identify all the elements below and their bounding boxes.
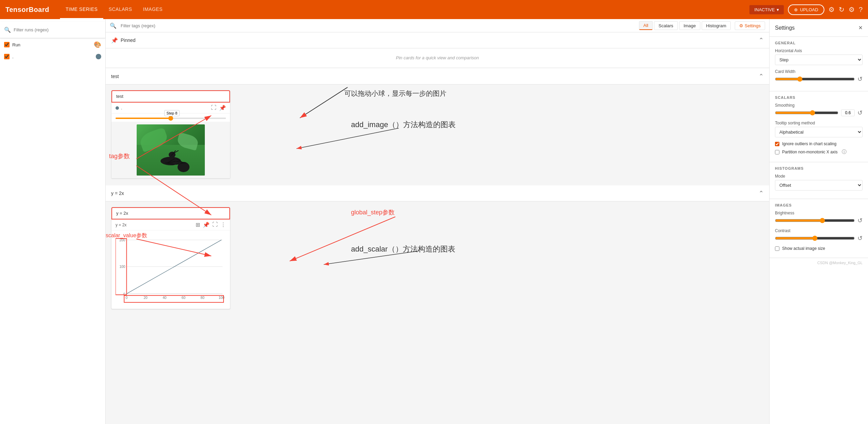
card-width-label: Card Width: [775, 69, 863, 74]
scalar-section: y = 2x ⌃ y = 2x: [106, 185, 769, 315]
image-card-header: test: [112, 91, 229, 102]
scalar-pin-icon[interactable]: 📌: [203, 222, 210, 228]
ignore-outliers-checkbox[interactable]: [775, 142, 779, 146]
scalar-card-tag-box: y = 2x: [111, 207, 230, 219]
partition-row: Partition non-monotonic X axis ⓘ: [775, 149, 863, 155]
pin-icon: 📌: [111, 37, 118, 44]
filter-btn-all[interactable]: All: [639, 21, 653, 30]
brightness-slider[interactable]: [775, 218, 855, 223]
top-nav: TensorBoard TIME SERIES SCALARS IMAGES I…: [0, 0, 868, 19]
contrast-slider[interactable]: [775, 236, 855, 241]
settings-button[interactable]: ⚙ Settings: [735, 21, 765, 30]
card-width-slider[interactable]: [775, 76, 855, 82]
tags-search-icon: 🔍: [110, 22, 117, 29]
settings-mode-row: Mode Offset Overlay: [775, 174, 863, 191]
scalar-card-header: y = 2x: [112, 208, 229, 219]
settings-card-width-row: Card Width ↺: [775, 69, 863, 83]
card-pin-icon[interactable]: 📌: [219, 105, 226, 111]
pinned-section-header[interactable]: 📌 Pinned ⌃: [106, 32, 769, 48]
run-checkbox-run[interactable]: [4, 42, 10, 47]
horizontal-axis-select[interactable]: Step Relative Wall: [775, 55, 863, 65]
filter-runs-input[interactable]: [14, 27, 75, 32]
filter-btn-histogram[interactable]: Histogram: [702, 21, 731, 30]
settings-panel: Settings × GENERAL Horizontal Axis Step …: [769, 19, 868, 424]
image-card-tag-box: test: [111, 90, 230, 103]
filter-btn-image[interactable]: Image: [679, 21, 700, 30]
smoothing-slider[interactable]: [775, 110, 838, 116]
scalar-card: y = 2x y = 2x ⊞ 📌 ⛶ ⋮: [111, 207, 230, 309]
inactive-button[interactable]: INACTIVE ▾: [749, 5, 784, 14]
nav-tab-timeseries[interactable]: TIME SERIES: [60, 0, 103, 19]
palette-icon[interactable]: 🎨: [94, 41, 101, 48]
upload-circle-icon: ⊕: [794, 7, 798, 12]
run-checkbox-dot[interactable]: [4, 54, 10, 59]
ignore-outliers-row: Ignore outliers in chart scaling: [775, 141, 863, 146]
scalar-compare-icon[interactable]: ⊞: [196, 222, 200, 228]
svg-text:0: 0: [126, 296, 128, 300]
partition-label: Partition non-monotonic X axis: [782, 150, 838, 154]
contrast-reset-icon[interactable]: ↺: [857, 234, 863, 242]
scalar-more-icon[interactable]: ⋮: [220, 222, 226, 228]
svg-text:40: 40: [163, 296, 167, 300]
step-value: Step 8: [167, 111, 178, 115]
refresh-icon[interactable]: ↻: [839, 5, 844, 14]
sidebar-filter-row: 🔍: [0, 22, 105, 38]
tooltip-select[interactable]: Alphabetical Ascending Descending: [775, 127, 863, 137]
scalar-section-header[interactable]: y = 2x ⌃: [106, 185, 769, 201]
nav-tab-scalars[interactable]: SCALARS: [103, 0, 138, 19]
scalar-fullscreen-icon[interactable]: ⛶: [212, 222, 218, 228]
filter-btn-scalars[interactable]: Scalars: [654, 21, 677, 30]
mode-select[interactable]: Offset Overlay: [775, 180, 863, 191]
smoothing-value-input[interactable]: [841, 109, 855, 116]
svg-text:100: 100: [119, 265, 125, 269]
left-sidebar: 🔍 Run 🎨 .: [0, 19, 106, 424]
settings-smoothing-row: Smoothing ↺: [775, 103, 863, 117]
image-cards-row: test . ⛶ 📌: [106, 85, 769, 184]
sidebar-search-icon: 🔍: [4, 27, 11, 33]
svg-line-16: [126, 240, 221, 294]
image-card-image: [111, 122, 230, 178]
settings-close-icon[interactable]: ×: [858, 24, 863, 32]
brightness-slider-row: ↺: [775, 217, 863, 224]
watermark-text: CSDN @Monkey_King_GL: [817, 261, 863, 265]
settings-general-section: GENERAL Horizontal Axis Step Relative Wa…: [770, 37, 868, 91]
partition-info-icon[interactable]: ⓘ: [842, 149, 847, 155]
settings-images-title: IMAGES: [775, 203, 863, 207]
body-area: 🔍 Run 🎨 . 🔍 All Scalars: [0, 19, 868, 424]
pin-placeholder-text: Pin cards for a quick view and compariso…: [396, 55, 479, 60]
fullscreen-icon[interactable]: ⛶: [211, 105, 216, 111]
smoothing-reset-icon[interactable]: ↺: [857, 109, 863, 117]
svg-rect-14: [124, 296, 224, 302]
settings-tooltip-row: Tooltip sorting method Alphabetical Asce…: [775, 121, 863, 137]
settings-panel-title: Settings: [775, 25, 795, 31]
card-subtitle-run: .: [121, 106, 122, 110]
run-row-dot: .: [0, 51, 105, 62]
card-actions: ⛶ 📌: [211, 105, 226, 111]
run-row-run: Run 🎨: [0, 38, 105, 51]
image-section-header[interactable]: test ⌃: [106, 69, 769, 85]
upload-button[interactable]: ⊕ UPLOAD: [788, 4, 824, 15]
show-actual-size-checkbox[interactable]: [775, 246, 779, 251]
svg-text:20: 20: [143, 296, 148, 300]
tooltip-label: Tooltip sorting method: [775, 121, 863, 125]
step-indicator-label: Step 8: [164, 110, 180, 116]
nav-tab-images[interactable]: IMAGES: [138, 0, 168, 19]
image-section: test ⌃ test: [106, 69, 769, 184]
scalar-chart-svg: 200 100 0: [116, 233, 226, 306]
scalar-cards-row: y = 2x y = 2x ⊞ 📌 ⛶ ⋮: [106, 201, 769, 315]
partition-checkbox[interactable]: [775, 150, 779, 154]
brightness-label: Brightness: [775, 211, 863, 215]
help-icon[interactable]: ?: [859, 6, 863, 14]
card-width-reset-icon[interactable]: ↺: [857, 75, 863, 83]
brightness-reset-icon[interactable]: ↺: [857, 217, 863, 224]
pinned-title: Pinned: [121, 37, 756, 43]
settings-general-title: GENERAL: [775, 41, 863, 45]
image-section-chevron-icon: ⌃: [759, 73, 764, 80]
settings-gear-icon[interactable]: ⚙: [828, 5, 835, 14]
filter-buttons: All Scalars Image Histogram: [639, 21, 731, 30]
ant-image: [137, 124, 205, 176]
more-settings-icon[interactable]: ⚙: [849, 5, 855, 14]
scalar-card-subtitle: y = 2x ⊞ 📌 ⛶ ⋮: [111, 219, 230, 230]
filter-tags-input[interactable]: [121, 23, 635, 28]
settings-contrast-row: Contrast ↺: [775, 228, 863, 242]
